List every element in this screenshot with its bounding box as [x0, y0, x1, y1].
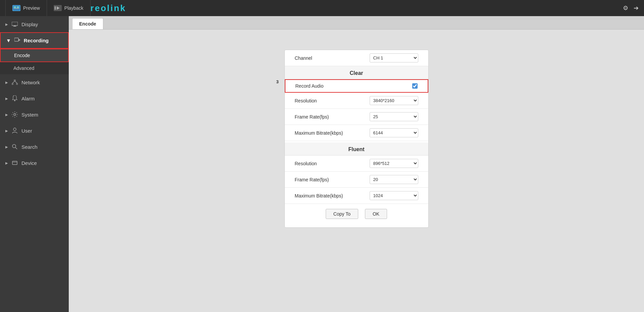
svg-rect-24	[12, 161, 17, 165]
sidebar-label-user: User	[21, 128, 32, 134]
ok-button[interactable]: OK	[365, 209, 387, 219]
record-audio-label: Record Audio	[296, 83, 324, 89]
sidebar-label-recording: Recording	[24, 38, 49, 43]
clear-resolution-row: Resolution 3840*2160 2560*1440 1920*1080	[285, 93, 428, 109]
bitrate-label-fluent: Maximum Bitrate(kbps)	[295, 193, 343, 198]
svg-rect-4	[14, 8, 19, 9]
network-icon	[11, 79, 18, 86]
clear-framerate-row: Frame Rate(fps) 25 20 15 10	[285, 109, 428, 125]
sidebar-label-network: Network	[21, 80, 40, 85]
preview-nav-item[interactable]: Preview	[5, 0, 47, 16]
playback-icon	[54, 5, 62, 11]
sidebar-item-alarm[interactable]: ▶ Alarm	[0, 90, 69, 106]
preview-label: Preview	[23, 5, 40, 11]
tab-encode[interactable]: Encode	[72, 18, 103, 29]
settings-icon[interactable]: ⚙	[623, 4, 628, 12]
channel-label: Channel	[295, 55, 312, 61]
sidebar-label-search: Search	[21, 144, 38, 150]
svg-line-23	[15, 147, 17, 149]
expand-arrow-alarm: ▶	[5, 97, 8, 100]
svg-point-19	[14, 100, 15, 101]
resolution-label-fluent: Resolution	[295, 161, 317, 166]
svg-rect-9	[14, 26, 16, 26]
topbar-right: ⚙ ➔	[623, 4, 639, 12]
svg-rect-10	[13, 26, 16, 27]
fluent-resolution-select[interactable]: 896*512 640*480 320*240	[370, 159, 418, 168]
tab-encode-label: Encode	[79, 21, 96, 27]
svg-rect-11	[14, 38, 18, 41]
content-area: 3 Channel CH 1 CH 2 CH 3 CH 4	[69, 30, 644, 312]
expand-arrow-display: ▶	[5, 23, 8, 26]
action-row: Copy To OK	[285, 204, 428, 221]
channel-row: Channel CH 1 CH 2 CH 3 CH 4	[285, 50, 428, 66]
fluent-resolution-row: Resolution 896*512 640*480 320*240	[285, 155, 428, 172]
svg-point-15	[16, 83, 18, 85]
sidebar-item-search[interactable]: ▶ Search	[0, 139, 69, 155]
svg-line-17	[15, 81, 17, 83]
clear-bitrate-row: Maximum Bitrate(kbps) 6144 4096 2048 102…	[285, 125, 428, 141]
framerate-label-fluent: Frame Rate(fps)	[295, 177, 329, 182]
logout-icon[interactable]: ➔	[634, 4, 639, 12]
copy-to-button[interactable]: Copy To	[326, 209, 358, 219]
search-icon	[11, 143, 18, 150]
svg-rect-7	[55, 6, 56, 10]
svg-rect-8	[12, 22, 18, 26]
recording-icon	[14, 38, 20, 43]
sidebar-item-advanced[interactable]: Advanced	[0, 62, 69, 74]
sidebar-label-alarm: Alarm	[21, 96, 35, 101]
svg-rect-3	[17, 6, 19, 8]
svg-point-21	[13, 128, 16, 131]
clear-bitrate-select[interactable]: 6144 4096 2048 1024	[370, 128, 418, 137]
badge-3: 3	[276, 79, 279, 84]
playback-label: Playback	[64, 5, 84, 11]
fluent-section-header: Fluent	[285, 142, 428, 155]
encode-label: Encode	[14, 53, 30, 58]
preview-icon	[12, 5, 20, 11]
alarm-icon	[11, 95, 18, 102]
clear-framerate-select[interactable]: 25 20 15 10	[370, 112, 418, 121]
expand-arrow-recording: ▼	[6, 38, 11, 43]
sidebar-label-system: System	[21, 112, 38, 118]
clear-section-header: Clear	[285, 66, 428, 79]
record-audio-checkbox[interactable]	[412, 83, 418, 89]
sidebar-label-device: Device	[21, 160, 37, 166]
recording-submenu: Encode 2 Advanced	[0, 49, 69, 74]
sidebar-label-display: Display	[21, 21, 38, 27]
app-logo: reolink	[91, 3, 126, 13]
svg-marker-12	[18, 39, 20, 41]
playback-nav-item[interactable]: Playback	[47, 0, 91, 16]
sidebar-item-system[interactable]: ▶ System	[0, 106, 69, 123]
fluent-section-label: Fluent	[348, 146, 365, 152]
svg-point-14	[12, 83, 13, 85]
svg-point-20	[14, 114, 16, 116]
user-icon	[11, 127, 18, 134]
sidebar-item-device[interactable]: ▶ Device	[0, 155, 69, 171]
framerate-label-clear: Frame Rate(fps)	[295, 114, 329, 120]
sidebar: ▶ Display ▼ Recording 1 Encode 2 Advance…	[0, 16, 69, 312]
svg-line-16	[12, 81, 15, 83]
main-content: Encode 3 Channel CH 1 CH 2 CH 3 CH 4	[69, 16, 644, 312]
sidebar-item-recording[interactable]: ▼ Recording 1	[0, 32, 69, 49]
expand-arrow-network: ▶	[5, 81, 8, 84]
sidebar-item-user[interactable]: ▶ User	[0, 123, 69, 139]
sidebar-item-network[interactable]: ▶ Network	[0, 74, 69, 90]
display-icon	[11, 21, 18, 28]
main-layout: ▶ Display ▼ Recording 1 Encode 2 Advance…	[0, 16, 644, 312]
clear-section-label: Clear	[350, 70, 363, 76]
expand-arrow-device: ▶	[5, 161, 8, 165]
bitrate-label-clear: Maximum Bitrate(kbps)	[295, 130, 343, 136]
sidebar-item-encode[interactable]: Encode 2	[0, 49, 69, 62]
fluent-bitrate-select[interactable]: 1024 512 256	[370, 191, 418, 200]
fluent-bitrate-row: Maximum Bitrate(kbps) 1024 512 256	[285, 188, 428, 204]
fluent-framerate-select[interactable]: 20 15 10 5	[370, 175, 418, 184]
record-audio-row: Record Audio	[285, 79, 428, 93]
clear-resolution-select[interactable]: 3840*2160 2560*1440 1920*1080	[370, 96, 418, 105]
sidebar-item-display[interactable]: ▶ Display	[0, 16, 69, 32]
expand-arrow-system: ▶	[5, 113, 8, 117]
device-icon	[11, 160, 18, 166]
channel-select[interactable]: CH 1 CH 2 CH 3 CH 4	[370, 53, 418, 62]
svg-point-22	[12, 144, 16, 148]
svg-point-13	[14, 80, 15, 81]
settings-container: 3 Channel CH 1 CH 2 CH 3 CH 4	[284, 50, 429, 228]
expand-arrow-search: ▶	[5, 145, 8, 149]
